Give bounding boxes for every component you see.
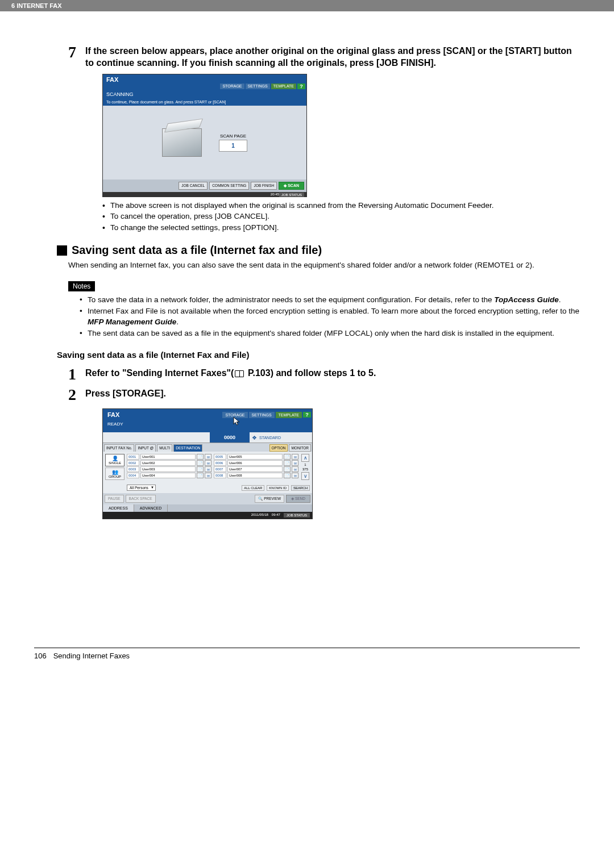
advanced-tab[interactable]: ADVANCED [134, 504, 168, 512]
scr1-help-icon[interactable]: ? [297, 84, 305, 89]
address-id: 0006 [214, 460, 226, 466]
fax-icon[interactable]: 📄 [197, 460, 204, 466]
multi-tab[interactable]: MULTI [157, 444, 172, 452]
address-row[interactable]: 0004User004📄✉ [127, 473, 211, 478]
fax-icon[interactable]: 📄 [284, 460, 291, 466]
sc2-function-tabs: INPUT FAX No. INPUT @ MULTI DESTINATION … [103, 443, 312, 452]
sc2-bottom-tabs: ADDRESS ADVANCED [103, 504, 312, 512]
note-item: Internet Fax and File is not available w… [80, 306, 580, 327]
section-heading: Saving sent data as a file (Internet fax… [57, 244, 580, 257]
fax-icon[interactable]: 📄 [284, 454, 291, 460]
address-row[interactable]: 0005User005📄✉ [214, 454, 298, 460]
fax-icon[interactable]: 📄 [197, 466, 204, 472]
scroll-down-button[interactable]: ∨ [301, 472, 309, 480]
sc2-storage-tab[interactable]: STORAGE [222, 412, 247, 418]
preview-button[interactable]: 🔍 PREVIEW [255, 495, 284, 503]
mail-icon[interactable]: ✉ [205, 473, 211, 478]
step7-bullets: The above screen is not displayed when t… [102, 201, 580, 233]
monitor-button[interactable]: MONITOR [289, 444, 311, 452]
notes-label: Notes [68, 281, 95, 291]
search-button[interactable]: SEARCH [291, 485, 310, 491]
sc2-settings-tab[interactable]: SETTINGS [249, 412, 275, 418]
scr1-footer: JOB CANCEL COMMON SETTING JOB FINISH ◈ S… [103, 180, 306, 192]
address-list-right: 0005User005📄✉0006User006📄✉0007User007📄✉0… [214, 454, 298, 480]
sc2-body: 👤SINGLE 👥GROUP 0001User001📄✉0002User002📄… [103, 452, 312, 482]
mail-icon[interactable]: ✉ [292, 454, 298, 460]
scroll-control: ∧ 1 375 ∨ [301, 454, 310, 480]
address-id: 0003 [127, 466, 139, 472]
job-cancel-button[interactable]: JOB CANCEL [179, 182, 208, 190]
address-row[interactable]: 0002User002📄✉ [127, 460, 211, 466]
page-total: 375 [302, 468, 308, 471]
scr1-settings-tab[interactable]: SETTINGS [246, 84, 270, 89]
address-row[interactable]: 0008User008📄✉ [214, 473, 298, 478]
step-2-number: 2 [68, 386, 85, 404]
sc2-template-tab[interactable]: TEMPLATE [276, 412, 302, 418]
address-row[interactable]: 0001User001📄✉ [127, 454, 211, 460]
scan-button[interactable]: ◈ SCAN [279, 182, 304, 190]
mail-icon[interactable]: ✉ [205, 466, 211, 472]
page-current: 1 [304, 463, 306, 466]
inputfax-tab[interactable]: INPUT FAX No. [104, 444, 134, 452]
allclear-button[interactable]: ALL CLEAR [242, 485, 264, 491]
fax-icon[interactable]: 📄 [197, 473, 204, 478]
send-button[interactable]: ◈ SEND [286, 495, 310, 503]
screenshot-scanning: FAX STORAGE SETTINGS TEMPLATE ? SCANNING… [102, 74, 580, 197]
note-item: The sent data can be saved as a file in … [80, 328, 580, 339]
address-name: User003 [140, 466, 196, 472]
address-name: User002 [140, 460, 196, 466]
fax-icon[interactable]: 📄 [284, 466, 291, 472]
page-header: 6 INTERNET FAX [0, 0, 614, 11]
scr1-jobstatus-button[interactable]: JOB STATUS [279, 193, 304, 197]
address-id: 0008 [214, 473, 226, 478]
mail-icon[interactable]: ✉ [292, 466, 298, 472]
job-finish-button[interactable]: JOB FINISH [251, 182, 277, 190]
address-list-left: 0001User001📄✉0002User002📄✉0003User003📄✉0… [127, 454, 211, 480]
step-2-text: Press [STORAGE]. [85, 388, 580, 404]
backspace-button[interactable]: BACK SPACE [126, 495, 156, 503]
sc2-help-icon[interactable]: ? [303, 412, 311, 418]
option-button[interactable]: OPTION [269, 444, 288, 452]
group-icon: 👥 [106, 469, 123, 475]
mail-icon[interactable]: ✉ [292, 460, 298, 466]
scr1-time: 20:45 [271, 193, 279, 196]
note-item: To save the data in a network folder, th… [80, 295, 580, 305]
mail-icon[interactable]: ✉ [292, 473, 298, 478]
sc2-jobstatus-button[interactable]: JOB STATUS [284, 513, 310, 518]
page-number: 106 [34, 652, 47, 660]
allpersons-dropdown[interactable]: All Persons [127, 485, 156, 491]
address-row[interactable]: 0007User007📄✉ [214, 466, 298, 472]
mail-icon[interactable]: ✉ [205, 460, 211, 466]
sc2-statusbar: 2011/05/18 09:47 JOB STATUS [103, 512, 312, 519]
address-name: User001 [140, 454, 196, 460]
step-7-block: 7 If the screen below appears, place ano… [34, 45, 580, 69]
scr1-storage-tab[interactable]: STORAGE [220, 84, 244, 89]
single-tab[interactable]: 👤SINGLE [105, 454, 125, 466]
bullet-item: The above screen is not displayed when t… [102, 201, 580, 211]
pause-button[interactable]: PAUSE [105, 495, 124, 503]
subheading: Saving sent data as a file (Internet Fax… [57, 350, 580, 360]
section-title: Saving sent data as a file (Internet fax… [72, 244, 322, 257]
screenshot-storage: FAX STORAGE SETTINGS TEMPLATE ? READY [102, 408, 580, 519]
common-setting-button[interactable]: COMMON SETTING [209, 182, 249, 190]
address-tab[interactable]: ADDRESS [103, 504, 134, 512]
sc2-side-tabs: 👤SINGLE 👥GROUP [105, 454, 125, 480]
scroll-up-button[interactable]: ∧ [301, 454, 309, 462]
address-row[interactable]: 0006User006📄✉ [214, 460, 298, 466]
group-tab[interactable]: 👥GROUP [105, 468, 125, 480]
fax-icon[interactable]: 📄 [197, 454, 204, 460]
sc2-info-strip: 0000 ❖ STANDARD [103, 432, 312, 443]
scr1-template-tab[interactable]: TEMPLATE [271, 84, 296, 89]
knownid-button[interactable]: KNOWN ID [267, 485, 289, 491]
address-row[interactable]: 0003User003📄✉ [127, 466, 211, 472]
inputat-tab[interactable]: INPUT @ [135, 444, 156, 452]
sc2-filter-row: All Persons ALL CLEAR KNOWN ID SEARCH [103, 482, 312, 493]
fax-icon[interactable]: 📄 [284, 473, 291, 478]
mail-icon[interactable]: ✉ [205, 454, 211, 460]
scr1-statusbar: 20:45 JOB STATUS [103, 192, 306, 197]
bullet-item: To cancel the operation, press [JOB CANC… [102, 211, 580, 222]
sc2-header: FAX STORAGE SETTINGS TEMPLATE ? READY [103, 409, 312, 432]
cursor-icon [233, 416, 242, 427]
address-id: 0001 [127, 454, 139, 460]
destination-tab[interactable]: DESTINATION [173, 444, 202, 452]
